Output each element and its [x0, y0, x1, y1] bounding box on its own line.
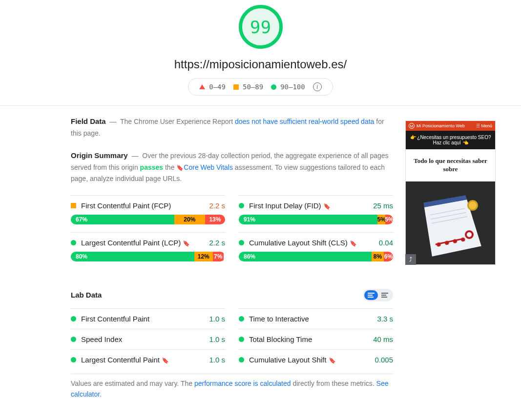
status-dot-green-icon [239, 240, 244, 245]
target-icon [465, 230, 474, 239]
bookmark-icon: 🔖 [183, 240, 190, 247]
view-toggle-expanded[interactable] [364, 290, 378, 300]
thumbnail-menu-label: ☰ Menú [476, 123, 492, 128]
metric-value: 2.2 s [209, 239, 225, 247]
dist-poor: 6% [384, 252, 393, 261]
page-screenshot-thumbnail: MMi Posicionamiento Web ☰ Menú 👉 ¿Necesi… [405, 120, 496, 265]
metric-card[interactable]: Cumulative Layout Shift (CLS) 🔖0.0486%8%… [239, 232, 393, 269]
legend-high: 90–100 [271, 83, 305, 91]
bookmark-icon: 🔖 [323, 203, 331, 210]
legend-mid: 50–89 [233, 83, 263, 91]
bookmark-icon: 🔖 [162, 357, 169, 364]
metric-name: First Contentful Paint (FCP) [81, 201, 171, 210]
distribution-bar: 86%8%6% [239, 252, 393, 261]
status-dot-green-icon [239, 316, 244, 321]
triangle-red-icon [199, 84, 205, 89]
lab-metric-name: Time to Interactive [249, 315, 309, 323]
lab-metric-name: Cumulative Layout Shift 🔖 [249, 356, 336, 364]
lab-metric-value: 3.3 s [377, 315, 393, 323]
dist-poor: 5% [385, 215, 393, 224]
dist-needs-improvement: 20% [174, 215, 205, 224]
lab-metric-value: 1.0 s [209, 356, 225, 364]
dist-poor: 13% [205, 215, 225, 224]
view-toggle-compact[interactable] [378, 290, 392, 300]
metric-card[interactable]: First Contentful Paint (FCP)2.2 s67%20%1… [71, 195, 225, 232]
lab-data-title: Lab Data [71, 291, 102, 299]
performance-score: 99 [250, 17, 271, 37]
dist-good: 86% [239, 252, 372, 261]
status-dot-green-icon [239, 337, 244, 342]
score-legend: 0–49 50–89 90–100 i [188, 78, 333, 96]
status-dot-green-icon [239, 203, 244, 208]
lab-footnote: Values are estimated and may vary. The p… [71, 374, 393, 400]
metric-value: 25 ms [373, 201, 393, 210]
lab-metric-value: 0.005 [375, 356, 393, 364]
metric-card[interactable]: Largest Contentful Paint (LCP) 🔖2.2 s80%… [71, 232, 225, 269]
lab-metric-row[interactable]: First Contentful Paint1.0 s [71, 308, 225, 329]
lab-metric-value: 1.0 s [209, 315, 225, 323]
lab-metric-row[interactable]: Largest Contentful Paint 🔖1.0 s [71, 349, 225, 370]
lab-metric-value: 1.0 s [209, 335, 225, 343]
dist-good: 80% [71, 252, 194, 261]
status-dot-green-icon [71, 240, 76, 245]
tested-url: https://miposicionamientoweb.es/ [174, 58, 347, 71]
lab-metric-row[interactable]: Cumulative Layout Shift 🔖0.005 [239, 349, 393, 370]
square-orange-icon [233, 84, 239, 90]
bookmark-icon: 🔖 [350, 240, 357, 247]
crux-insufficient-link[interactable]: does not have sufficient real-world spee… [235, 118, 374, 125]
dist-needs-improvement: 5% [377, 215, 385, 224]
distribution-bar: 67%20%13% [71, 215, 225, 224]
dot-green-icon [271, 84, 276, 90]
lab-metric-name: First Contentful Paint [81, 315, 149, 323]
metric-value: 0.04 [379, 239, 393, 247]
distribution-bar: 80%12%7% [71, 252, 225, 261]
thumbnail-hero-text: Todo lo que necesitas saber sobre [406, 149, 495, 181]
lab-metric-name: Total Blocking Time [249, 335, 312, 343]
metric-value: 2.2 s [209, 201, 225, 210]
info-icon[interactable]: i [313, 82, 322, 91]
lab-metric-row[interactable]: Speed Index1.0 s [71, 329, 225, 349]
lab-metric-name: Speed Index [81, 335, 122, 343]
metric-name: Largest Contentful Paint (LCP) 🔖 [81, 239, 190, 247]
lab-metric-row[interactable]: Time to Interactive3.3 s [239, 308, 393, 329]
dist-good: 67% [71, 215, 174, 224]
distribution-bar: 91%5%5% [239, 215, 393, 224]
metric-name: Cumulative Layout Shift (CLS) 🔖 [249, 239, 357, 247]
thumbnail-graphic: ⤴ [406, 181, 495, 264]
field-data-section: Field Data — The Chrome User Experience … [71, 116, 393, 139]
status-dot-green-icon [71, 337, 76, 342]
share-icon: ⤴ [405, 254, 416, 265]
metric-name: First Input Delay (FID) 🔖 [249, 201, 331, 210]
brand-logo-icon: M [409, 123, 415, 129]
performance-score-gauge: 99 [239, 5, 283, 49]
status-square-orange-icon [71, 203, 76, 208]
status-dot-green-icon [71, 316, 76, 321]
lab-metric-row[interactable]: Total Blocking Time40 ms [239, 329, 393, 349]
dist-good: 91% [239, 215, 377, 224]
origin-summary-section: Origin Summary — Over the previous 28-da… [71, 150, 393, 184]
metric-card[interactable]: First Input Delay (FID) 🔖25 ms91%5%5% [239, 195, 393, 232]
score-calc-link[interactable]: performance score is calculated [194, 380, 291, 387]
dist-needs-improvement: 12% [194, 252, 213, 261]
bookmark-icon: 🔖 [176, 164, 184, 171]
status-dot-green-icon [239, 357, 244, 362]
legend-low: 0–49 [199, 83, 226, 91]
magnifier-icon [467, 200, 478, 211]
lab-metric-name: Largest Contentful Paint 🔖 [81, 356, 169, 364]
core-web-vitals-link[interactable]: Core Web Vitals [184, 163, 233, 171]
view-toggle [363, 289, 393, 301]
origin-summary-title: Origin Summary [71, 151, 128, 160]
field-data-title: Field Data [71, 117, 106, 125]
lab-metric-value: 40 ms [373, 335, 393, 343]
bookmark-icon: 🔖 [329, 357, 336, 364]
status-dot-green-icon [71, 357, 76, 362]
dist-poor: 7% [213, 252, 224, 261]
dist-needs-improvement: 8% [372, 252, 384, 261]
thumbnail-banner: 👉 ¿Necesitas un presupuesto SEO? Haz cli… [406, 131, 495, 149]
